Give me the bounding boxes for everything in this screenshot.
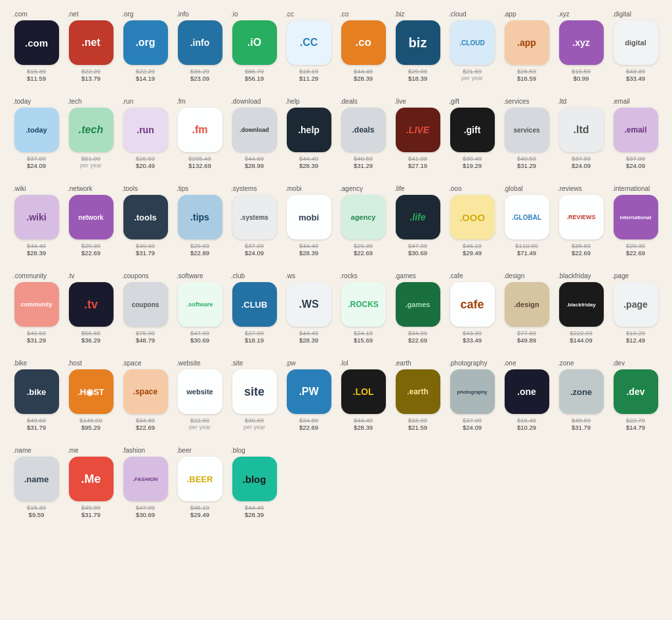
domain-icon[interactable]: .co [341, 20, 386, 65]
domain-item-org[interactable]: .org.org$22.29$14.19 [119, 10, 171, 82]
domain-icon[interactable]: .zone [559, 369, 604, 414]
domain-item-com[interactable]: .com.com$15.39$11.59 [10, 10, 62, 82]
domain-item-tips[interactable]: .tips.tips$29.69$22.89 [174, 185, 226, 257]
domain-item-dev[interactable]: .dev.dev$22.79$14.79 [610, 360, 662, 431]
domain-item-network[interactable]: .networknetwork$29.39$22.69 [65, 185, 117, 257]
domain-item-mobi[interactable]: .mobimobi$44.49$28.39 [283, 185, 335, 257]
domain-icon[interactable]: .email [614, 108, 658, 152]
domain-item-bike[interactable]: .bike.bike$49.69$31.79 [10, 360, 62, 431]
domain-item-club[interactable]: .club.CLUB$27.99$18.19 [228, 272, 280, 344]
domain-item-zone[interactable]: .zone.zone$49.69$31.79 [555, 360, 607, 431]
domain-item-website[interactable]: .websitewebsite$22.69per year [174, 360, 226, 431]
domain-item-international[interactable]: .internationalinternational$29.39$22.69 [610, 185, 662, 257]
domain-icon[interactable]: .fm [178, 108, 222, 152]
domain-item-co[interactable]: .co.co$44.49$28.39 [337, 10, 389, 82]
domain-icon[interactable]: .games [396, 282, 440, 327]
domain-item-run[interactable]: .run.run$26.59$20.49 [119, 98, 171, 169]
domain-icon[interactable]: site [232, 369, 277, 414]
domain-item-site[interactable]: .sitesite$30.69per year [228, 360, 280, 431]
domain-icon[interactable]: .ROCKS [341, 282, 386, 327]
domain-icon[interactable]: .design [505, 282, 549, 327]
domain-item-page[interactable]: .page.page$19.29$12.49 [610, 272, 662, 344]
domain-icon[interactable]: .gift [450, 108, 495, 152]
domain-item-info[interactable]: .info.info$36.29$23.09 [174, 10, 226, 82]
domain-item-help[interactable]: .help.help$44.49$28.39 [283, 98, 335, 169]
domain-item-systems[interactable]: .systems.systems$37.09$24.09 [228, 185, 280, 257]
domain-icon[interactable]: .name [14, 457, 59, 501]
domain-icon[interactable]: .CLUB [232, 282, 277, 327]
domain-icon[interactable]: .wiki [14, 195, 59, 239]
domain-item-cc[interactable]: .cc.CC$18.19$11.29 [283, 10, 335, 82]
domain-item-global[interactable]: .global.GLOBAL$110.99$71.49 [501, 185, 553, 257]
domain-icon[interactable]: .tools [123, 195, 168, 239]
domain-icon[interactable]: .Me [69, 457, 114, 501]
domain-icon[interactable]: .life [396, 195, 440, 239]
domain-item-app[interactable]: .app.app$26.59$16.59 [501, 10, 553, 82]
domain-icon[interactable]: .xyz [559, 20, 604, 65]
domain-item-cloud[interactable]: .cloud.CLOUD$21.59per year [446, 10, 498, 82]
domain-item-ws[interactable]: .ws.WS$44.49$28.39 [283, 272, 335, 344]
domain-icon[interactable]: mobi [287, 195, 331, 239]
domain-icon[interactable]: .LOL [341, 369, 386, 414]
domain-icon[interactable]: .blackfriday [559, 282, 604, 327]
domain-item-services[interactable]: .servicesservices$40.59$31.29 [501, 98, 553, 169]
domain-item-fashion[interactable]: .fashion.FASHION$47.99$30.69 [119, 447, 171, 518]
domain-item-rocks[interactable]: .rocks.ROCKS$24.19$15.69 [337, 272, 389, 344]
domain-icon[interactable]: .earth [396, 369, 440, 414]
domain-item-email[interactable]: .email.email$37.09$24.09 [610, 98, 662, 169]
domain-item-blackfriday[interactable]: .blackfriday.blackfriday$222.99$144.09 [555, 272, 607, 344]
domain-item-download[interactable]: .download.download$44.69$28.99 [228, 98, 280, 169]
domain-item-beer[interactable]: .beer.BEER$46.19$29.49 [174, 447, 226, 518]
domain-icon[interactable]: .run [123, 108, 168, 152]
domain-item-fm[interactable]: .fm.fm$205.49$132.69 [174, 98, 226, 169]
domain-icon[interactable]: agency [341, 195, 386, 239]
domain-item-reviews[interactable]: .reviews.REVIEWS$35.69$22.69 [555, 185, 607, 257]
domain-item-coupons[interactable]: .couponscoupons$75.99$48.79 [119, 272, 171, 344]
domain-icon[interactable]: .OOO [450, 195, 495, 239]
domain-icon[interactable]: .BEER [178, 457, 222, 501]
domain-icon[interactable]: website [178, 369, 222, 414]
domain-icon[interactable]: photography [450, 369, 495, 414]
domain-icon[interactable]: .net [69, 20, 114, 65]
domain-icon[interactable]: .systems [232, 195, 277, 239]
domain-icon[interactable]: .tv [69, 282, 114, 327]
domain-item-deals[interactable]: .deals.deals$40.59$31.29 [337, 98, 389, 169]
domain-icon[interactable]: .deals [341, 108, 386, 152]
domain-item-tv[interactable]: .tv.tv$56.69$36.29 [65, 272, 117, 344]
domain-item-cafe[interactable]: .cafecafe$43.39$33.49 [446, 272, 498, 344]
domain-icon[interactable]: .CC [287, 20, 331, 65]
domain-icon[interactable]: .org [123, 20, 168, 65]
domain-icon[interactable]: .one [505, 369, 549, 414]
domain-icon[interactable]: network [69, 195, 114, 239]
domain-item-agency[interactable]: .agencyagency$29.39$22.69 [337, 185, 389, 257]
domain-item-design[interactable]: .design.design$77.69$49.89 [501, 272, 553, 344]
domain-icon[interactable]: .com [14, 20, 59, 65]
domain-item-one[interactable]: .one.one$16.49$10.29 [501, 360, 553, 431]
domain-icon[interactable]: .blog [232, 457, 277, 501]
domain-icon[interactable]: .LIVE [396, 108, 440, 152]
domain-item-ltd[interactable]: .ltd.ltd$37.09$24.09 [555, 98, 607, 169]
domain-item-live[interactable]: .live.LIVE$41.99$27.19 [392, 98, 444, 169]
domain-item-biz[interactable]: .bizbiz$29.09$18.39 [392, 10, 444, 82]
domain-icon[interactable]: .page [614, 282, 658, 327]
domain-item-software[interactable]: .software.software$47.99$30.69 [174, 272, 226, 344]
domain-icon[interactable]: .FASHION [123, 457, 168, 501]
domain-item-tech[interactable]: .tech.tech$51.09per year [65, 98, 117, 169]
domain-icon[interactable]: .PW [287, 369, 331, 414]
domain-item-pw[interactable]: .pw.PW$34.89$22.69 [283, 360, 335, 431]
domain-item-life[interactable]: .life.life$47.99$30.69 [392, 185, 444, 257]
domain-item-net[interactable]: .net.net$22.29$13.79 [65, 10, 117, 82]
domain-item-community[interactable]: .communitycommunity$40.59$31.29 [10, 272, 62, 344]
domain-icon[interactable]: .space [123, 369, 168, 414]
domain-item-name[interactable]: .name.name$15.39$9.59 [10, 447, 62, 518]
domain-icon[interactable]: .bike [14, 369, 59, 414]
domain-icon[interactable]: cafe [450, 282, 495, 327]
domain-item-space[interactable]: .space.space$34.89$22.69 [119, 360, 171, 431]
domain-icon[interactable]: .CLOUD [450, 20, 495, 65]
domain-item-lol[interactable]: .lol.LOL$44.49$28.39 [337, 360, 389, 431]
domain-icon[interactable]: .tips [178, 195, 222, 239]
domain-item-ooo[interactable]: .ooo.OOO$46.19$29.49 [446, 185, 498, 257]
domain-item-xyz[interactable]: .xyz.xyz$19.59$0.99 [555, 10, 607, 82]
domain-item-games[interactable]: .games.games$34.99$22.69 [392, 272, 444, 344]
domain-item-gift[interactable]: .gift.gift$30.49$19.29 [446, 98, 498, 169]
